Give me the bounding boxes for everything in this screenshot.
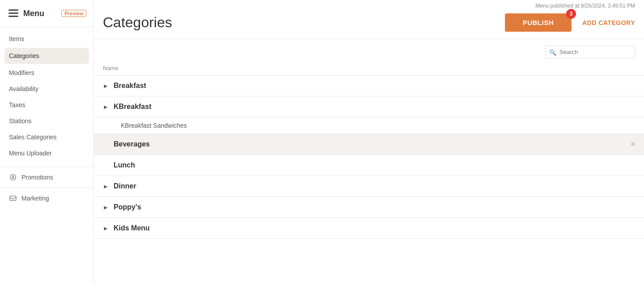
sidebar-item-label: Items (9, 35, 24, 42)
category-label: Poppy's (114, 203, 141, 211)
sidebar-item-availability[interactable]: Availability (0, 81, 93, 97)
svg-rect-2 (8, 16, 18, 17)
table-row[interactable]: ► KBreakfast (94, 96, 644, 117)
svg-rect-0 (8, 9, 18, 11)
table-row[interactable]: ► Lunch (94, 155, 644, 176)
sidebar-item-taxes[interactable]: Taxes (0, 97, 93, 113)
sidebar-item-label: Availability (9, 85, 38, 92)
sidebar: Menu Preview Items Categories Modifiers … (0, 0, 94, 284)
chevron-right-icon: ► (103, 225, 108, 232)
sidebar-item-menu-uploader[interactable]: Menu Uploader (0, 145, 93, 161)
marketing-icon (9, 194, 17, 202)
table-header: Name (94, 61, 644, 75)
category-label: Beverages (114, 140, 150, 148)
sidebar-item-promotions[interactable]: Promotions (0, 169, 93, 186)
main-content-area: Menu published at 9/26/2024, 3:49:51 PM … (94, 0, 644, 284)
page-title: Categories (103, 14, 172, 31)
chevron-right-icon: ► (103, 204, 108, 211)
promotions-label: Promotions (21, 174, 53, 181)
sidebar-item-label: Categories (9, 52, 39, 59)
published-status-text: Menu published at 9/26/2024, 3:49:51 PM (535, 3, 635, 9)
chevron-right-icon: ► (103, 83, 108, 89)
column-name-header: Name (103, 65, 119, 71)
sidebar-header: Menu Preview (0, 0, 93, 27)
published-status-bar: Menu published at 9/26/2024, 3:49:51 PM (94, 0, 644, 9)
table-row[interactable]: ► Dinner (94, 176, 644, 197)
sidebar-logo-text: Menu (23, 9, 44, 18)
sidebar-item-categories[interactable]: Categories (4, 48, 89, 64)
search-input[interactable] (546, 46, 635, 58)
publish-button[interactable]: PUBLISH 3 (505, 13, 572, 32)
chevron-right-icon: ► (103, 104, 108, 110)
svg-rect-1 (8, 13, 18, 14)
category-label: Lunch (114, 161, 135, 169)
sidebar-item-label: Sales Categories (9, 134, 57, 141)
category-label: Dinner (114, 182, 136, 190)
header-actions: PUBLISH 3 ADD CATEGORY (505, 13, 635, 32)
main-header: Categories PUBLISH 3 ADD CATEGORY (94, 9, 644, 39)
sidebar-logo: Menu (7, 7, 44, 20)
search-wrapper: 🔍 (546, 46, 635, 58)
table-row[interactable]: ► Beverages ≡ (94, 134, 644, 155)
marketing-label: Marketing (21, 195, 49, 202)
chevron-right-icon: ► (103, 183, 108, 190)
sidebar-item-label: Stations (9, 117, 32, 125)
publish-badge: 3 (566, 9, 576, 19)
list-item[interactable]: KBreakfast Sandwiches (94, 117, 644, 134)
sub-category-label: KBreakfast Sandwiches (121, 122, 187, 129)
sidebar-item-label: Menu Uploader (9, 150, 52, 157)
categories-content: 🔍 Name ► Breakfast ► KBreakfast KBreakfa… (94, 39, 644, 284)
sidebar-item-marketing[interactable]: Marketing (0, 190, 93, 207)
sidebar-item-items[interactable]: Items (0, 31, 93, 47)
table-row[interactable]: ► Poppy's (94, 197, 644, 218)
search-icon: 🔍 (549, 49, 556, 55)
sidebar-item-label: Modifiers (9, 69, 34, 76)
sidebar-menu-section: Items Categories Modifiers Availability … (0, 27, 93, 165)
table-row[interactable]: ► Kids Menu (94, 218, 644, 239)
sidebar-item-sales-categories[interactable]: Sales Categories (0, 129, 93, 145)
category-label: Breakfast (114, 82, 146, 90)
table-row[interactable]: ► Breakfast (94, 75, 644, 96)
drag-handle-icon[interactable]: ≡ (631, 140, 635, 148)
add-category-button[interactable]: ADD CATEGORY (582, 19, 635, 26)
menu-logo-icon (7, 7, 20, 20)
sidebar-item-label: Taxes (9, 101, 25, 109)
category-label: Kids Menu (114, 224, 150, 232)
sidebar-item-modifiers[interactable]: Modifiers (0, 65, 93, 81)
preview-badge[interactable]: Preview (61, 10, 86, 17)
search-bar-row: 🔍 (94, 39, 644, 61)
sidebar-item-stations[interactable]: Stations (0, 113, 93, 129)
category-label: KBreakfast (114, 103, 151, 111)
promotions-icon (9, 173, 17, 181)
